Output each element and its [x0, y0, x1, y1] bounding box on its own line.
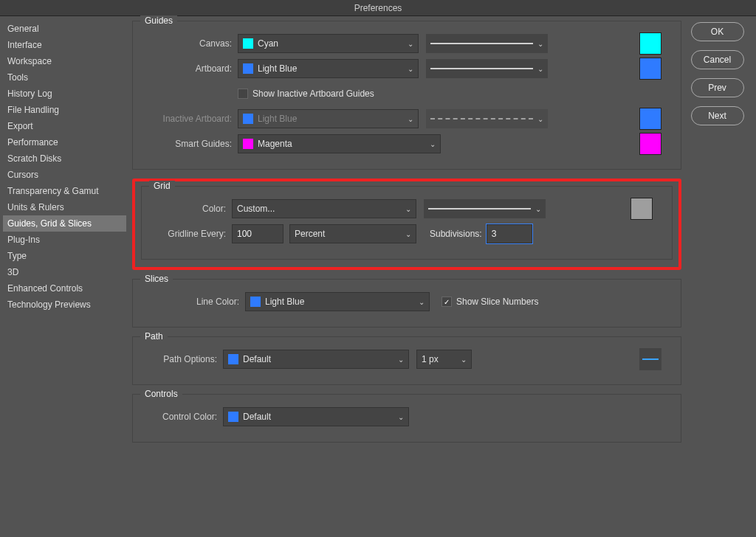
path-title: Path: [140, 331, 168, 342]
sidebar-item-guides-grid-slices[interactable]: Guides, Grid & Slices: [3, 215, 126, 232]
main-area: GeneralInterfaceWorkspaceToolsHistory Lo…: [0, 16, 756, 537]
canvas-color-value: Cyan: [258, 38, 278, 49]
sidebar-item-interface[interactable]: Interface: [3, 37, 126, 53]
grid-line-style-select[interactable]: ⌄: [424, 199, 546, 218]
sidebar-item-tools[interactable]: Tools: [3, 69, 126, 86]
path-options-select[interactable]: Default ⌄: [223, 350, 409, 369]
controls-group: Controls Control Color: Default ⌄: [132, 394, 681, 443]
sidebar-item-general[interactable]: General: [3, 21, 126, 37]
preferences-content: Guides Canvas: Cyan ⌄ ⌄ Artboard:: [129, 16, 686, 537]
inactive-color-swatch[interactable]: [639, 108, 662, 130]
sidebar-item-cursors[interactable]: Cursors: [3, 167, 126, 183]
lightblue-swatch-icon: [228, 354, 238, 364]
gridline-every-input[interactable]: [232, 224, 284, 243]
sidebar-item-3d[interactable]: 3D: [3, 264, 126, 280]
path-thickness-value: 1 px: [422, 354, 439, 364]
smart-guides-label: Smart Guides:: [142, 139, 238, 149]
guides-title: Guides: [140, 15, 177, 26]
controls-title: Controls: [140, 389, 182, 399]
inactive-artboard-value: Light Blue: [258, 114, 297, 124]
chevron-down-icon: ⌄: [535, 205, 541, 213]
artboard-color-select[interactable]: Light Blue ⌄: [238, 59, 419, 78]
smart-guides-color-select[interactable]: Magenta ⌄: [238, 134, 441, 153]
sidebar-item-history-log[interactable]: History Log: [3, 86, 126, 102]
control-color-value: Default: [243, 412, 271, 422]
inactive-artboard-color-select: Light Blue ⌄: [238, 109, 419, 128]
slice-color-value: Light Blue: [265, 297, 304, 307]
path-options-label: Path Options:: [142, 354, 223, 364]
artboard-color-swatch[interactable]: [639, 58, 662, 80]
sidebar-item-scratch-disks[interactable]: Scratch Disks: [3, 150, 126, 167]
show-inactive-label: Show Inactive Artboard Guides: [252, 89, 374, 99]
grid-color-value: Custom...: [237, 204, 275, 214]
inactive-line-style-select: ⌄: [426, 109, 548, 128]
chevron-down-icon: ⌄: [405, 230, 411, 238]
ok-button[interactable]: OK: [691, 22, 744, 41]
path-group: Path Path Options: Default ⌄ 1 px ⌄: [132, 336, 681, 385]
path-line-icon: [642, 358, 659, 360]
canvas-color-swatch[interactable]: [639, 32, 662, 55]
sidebar-item-workspace[interactable]: Workspace: [3, 53, 126, 69]
grid-highlight: Grid Color: Custom... ⌄ ⌄ Gridline Every…: [132, 179, 681, 270]
sidebar-item-type[interactable]: Type: [3, 248, 126, 264]
smart-guides-value: Magenta: [258, 139, 292, 149]
grid-color-swatch[interactable]: [630, 198, 653, 220]
sidebar-item-export[interactable]: Export: [3, 118, 126, 134]
gridline-unit-select[interactable]: Percent ⌄: [289, 224, 416, 243]
grid-color-select[interactable]: Custom... ⌄: [232, 199, 416, 218]
solid-line-icon: [430, 68, 533, 69]
solid-line-icon: [428, 208, 531, 209]
lightblue-swatch-icon: [250, 297, 261, 307]
sidebar-item-units-rulers[interactable]: Units & Rulers: [3, 199, 126, 215]
lightblue-swatch-icon: [228, 412, 238, 422]
slices-title: Slices: [140, 274, 173, 284]
artboard-line-style-select[interactable]: ⌄: [426, 59, 548, 78]
chevron-down-icon: ⌄: [408, 115, 413, 123]
subdivisions-input[interactable]: [487, 224, 532, 243]
chevron-down-icon: ⌄: [405, 205, 411, 213]
show-slice-numbers-checkbox[interactable]: ✓: [441, 297, 452, 307]
path-options-value: Default: [243, 354, 271, 364]
sidebar-item-transparency-gamut[interactable]: Transparency & Gamut: [3, 183, 126, 199]
sidebar-item-technology-previews[interactable]: Technology Previews: [3, 297, 126, 313]
sidebar-item-performance[interactable]: Performance: [3, 134, 126, 150]
cancel-button[interactable]: Cancel: [691, 50, 744, 69]
dashed-line-icon: [430, 118, 533, 119]
solid-line-icon: [430, 43, 533, 44]
chevron-down-icon: ⌄: [408, 65, 413, 73]
slices-group: Slices Line Color: Light Blue ⌄ ✓ Show S…: [132, 279, 681, 328]
control-color-label: Control Color:: [142, 412, 223, 422]
chevron-down-icon: ⌄: [537, 65, 543, 73]
path-thickness-select[interactable]: 1 px ⌄: [416, 350, 472, 369]
canvas-line-style-select[interactable]: ⌄: [426, 34, 548, 53]
next-button[interactable]: Next: [691, 106, 744, 125]
gridline-every-label: Gridline Every:: [151, 229, 232, 239]
inactive-artboard-label: Inactive Artboard:: [142, 114, 238, 124]
chevron-down-icon: ⌄: [408, 40, 413, 48]
gridline-unit-value: Percent: [295, 229, 325, 239]
show-slice-numbers-label: Show Slice Numbers: [456, 297, 538, 307]
window-title: Preferences: [0, 0, 756, 16]
lightblue-swatch-icon: [243, 114, 253, 124]
chevron-down-icon: ⌄: [398, 356, 404, 364]
chevron-down-icon: ⌄: [430, 140, 436, 148]
magenta-swatch-icon: [243, 139, 253, 149]
sidebar-item-plug-ins[interactable]: Plug-Ins: [3, 232, 126, 248]
grid-group: Grid Color: Custom... ⌄ ⌄ Gridline Every…: [141, 186, 673, 260]
slice-color-select[interactable]: Light Blue ⌄: [245, 292, 430, 311]
sidebar-item-enhanced-controls[interactable]: Enhanced Controls: [3, 280, 126, 297]
show-inactive-checkbox[interactable]: [238, 89, 248, 99]
chevron-down-icon: ⌄: [461, 356, 467, 364]
chevron-down-icon: ⌄: [398, 413, 404, 421]
prev-button[interactable]: Prev: [691, 78, 744, 97]
control-color-select[interactable]: Default ⌄: [223, 407, 409, 426]
smart-guides-swatch[interactable]: [639, 133, 662, 155]
canvas-label: Canvas:: [142, 38, 238, 49]
guides-group: Guides Canvas: Cyan ⌄ ⌄ Artboard:: [132, 21, 681, 170]
sidebar-item-file-handling[interactable]: File Handling: [3, 102, 126, 118]
chevron-down-icon: ⌄: [537, 40, 543, 48]
artboard-label: Artboard:: [142, 63, 238, 74]
canvas-color-select[interactable]: Cyan ⌄: [238, 34, 419, 53]
grid-color-label: Color:: [151, 204, 232, 214]
grid-title: Grid: [149, 181, 175, 191]
